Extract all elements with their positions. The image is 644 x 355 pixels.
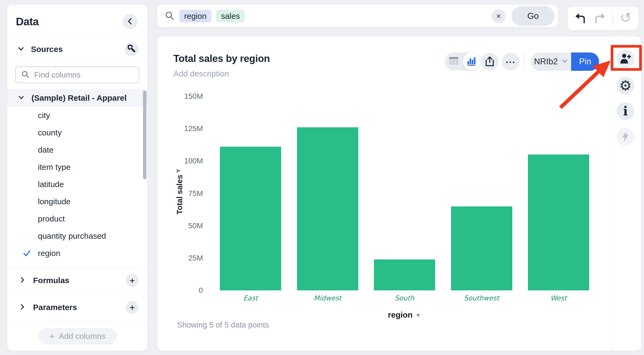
parameters-section-header[interactable]: Parameters + xyxy=(7,293,147,321)
add-columns-button[interactable]: + Add columns xyxy=(38,328,117,345)
share-with-user-button[interactable] xyxy=(617,50,634,68)
column-name: longitude xyxy=(38,197,71,206)
plus-icon: + xyxy=(49,332,55,341)
source-name: (Sample) Retail - Apparel xyxy=(31,93,127,103)
data-points-summary: Showing 5 of 5 data points xyxy=(177,321,269,329)
x-axis-labels: EastMidwestSouthSouthwestWest xyxy=(220,294,589,302)
toolbar-divider xyxy=(524,53,525,70)
person-add-icon xyxy=(619,53,632,65)
sources-section-header[interactable]: Sources xyxy=(7,38,147,60)
checkmark-icon xyxy=(23,249,31,259)
find-columns-input[interactable] xyxy=(34,71,133,79)
chart-view-button[interactable] xyxy=(463,52,481,71)
column-name: quantity purchased xyxy=(38,231,106,241)
formulas-section-header[interactable]: Formulas + xyxy=(7,267,147,293)
search-token[interactable]: region xyxy=(179,10,211,22)
column-list-item[interactable]: quantity purchased xyxy=(7,227,147,245)
search-bar[interactable]: regionsales × Go xyxy=(157,5,558,27)
x-category-label: Southwest xyxy=(451,294,512,302)
y-tick-label: 125M xyxy=(184,124,203,133)
share-icon xyxy=(485,56,494,67)
x-category-label: West xyxy=(528,294,589,302)
search-token[interactable]: sales xyxy=(216,10,245,22)
column-list-item[interactable]: item type xyxy=(7,159,147,176)
gear-icon: ⚙ xyxy=(619,79,632,93)
app-root: Data Sources xyxy=(0,0,644,355)
manage-sources-button[interactable] xyxy=(125,42,139,56)
bar-south[interactable] xyxy=(374,259,435,290)
redo-icon xyxy=(593,12,606,25)
reset-button[interactable]: ↺ xyxy=(620,12,632,26)
plus-icon: + xyxy=(130,303,135,312)
answer-card: Total sales by region Add description xyxy=(157,36,641,351)
share-button[interactable] xyxy=(481,53,499,71)
info-icon: i xyxy=(623,105,628,117)
info-button[interactable]: i xyxy=(617,102,634,120)
column-name: date xyxy=(38,145,53,154)
go-button[interactable]: Go xyxy=(511,6,554,26)
pin-button[interactable]: Pin xyxy=(571,52,599,71)
add-columns-label: Add columns xyxy=(59,332,105,341)
chevron-left-icon xyxy=(127,18,134,26)
add-parameter-button[interactable]: + xyxy=(126,301,139,314)
parameters-label: Parameters xyxy=(33,303,77,312)
x-axis-title-dropdown[interactable]: region▼ xyxy=(220,310,589,319)
y-tick-label: 100M xyxy=(184,157,203,165)
view-label: NRIb2 xyxy=(534,57,558,66)
view-selector-dropdown[interactable]: NRIb2 xyxy=(531,52,571,71)
refresh-icon: ↺ xyxy=(620,11,632,25)
data-sidebar: Data Sources xyxy=(7,5,147,351)
column-list-item[interactable]: date xyxy=(7,141,147,159)
column-name: item type xyxy=(38,163,71,172)
y-tick-label: 150M xyxy=(184,92,203,101)
clear-search-button[interactable]: × xyxy=(492,9,506,23)
columns-scrollbar[interactable] xyxy=(143,90,146,179)
spotiq-insights-button[interactable] xyxy=(617,128,634,146)
settings-button[interactable]: ⚙ xyxy=(617,77,634,94)
collapse-sidebar-button[interactable] xyxy=(123,14,138,29)
chart-title[interactable]: Total sales by region xyxy=(173,53,270,64)
column-list-item[interactable]: longitude xyxy=(7,193,147,210)
y-tick-label: 0 xyxy=(199,286,203,295)
bar-southwest[interactable] xyxy=(451,206,512,290)
undo-button[interactable] xyxy=(574,12,587,25)
y-tick-label: 50M xyxy=(188,222,203,230)
more-options-button[interactable]: ... xyxy=(502,53,520,71)
columns-list: city county date item type latitude long… xyxy=(7,107,147,262)
bar-series xyxy=(220,96,589,290)
x-category-label: Midwest xyxy=(297,294,358,302)
column-name: product xyxy=(38,214,65,223)
add-description[interactable]: Add description xyxy=(173,69,229,78)
sidebar-header: Data xyxy=(7,5,147,38)
chevron-down-icon xyxy=(17,94,25,102)
wrench-icon xyxy=(128,45,136,54)
column-name: county xyxy=(38,128,62,137)
close-icon: × xyxy=(496,12,501,21)
table-icon xyxy=(449,57,459,66)
column-list-item[interactable]: region xyxy=(7,245,147,262)
y-tick-label: 75M xyxy=(188,189,203,198)
add-formula-button[interactable]: + xyxy=(126,274,139,287)
display-mode-toggle xyxy=(445,52,481,71)
bar-east[interactable] xyxy=(220,147,281,290)
chevron-down-icon xyxy=(17,45,25,54)
column-list-item[interactable]: product xyxy=(7,210,147,227)
sidebar-title: Data xyxy=(16,16,39,28)
lightning-icon xyxy=(621,131,630,143)
toolbar-divider xyxy=(613,12,613,25)
find-columns-box[interactable] xyxy=(15,66,139,83)
column-list-item[interactable]: latitude xyxy=(7,176,147,193)
bar-midwest[interactable] xyxy=(297,127,358,290)
column-list-item[interactable]: city xyxy=(7,107,147,124)
column-list-item[interactable]: county xyxy=(7,124,147,141)
search-icon xyxy=(165,11,174,22)
column-name: city xyxy=(38,111,50,120)
search-tokens: regionsales xyxy=(174,10,245,22)
source-row[interactable]: (Sample) Retail - Apparel xyxy=(7,89,147,107)
redo-button[interactable] xyxy=(593,12,606,25)
history-toolbar: ↺ xyxy=(568,7,638,30)
bar-west[interactable] xyxy=(528,154,589,290)
plus-icon: + xyxy=(130,276,135,285)
undo-icon xyxy=(574,12,587,25)
table-view-button[interactable] xyxy=(445,52,463,71)
